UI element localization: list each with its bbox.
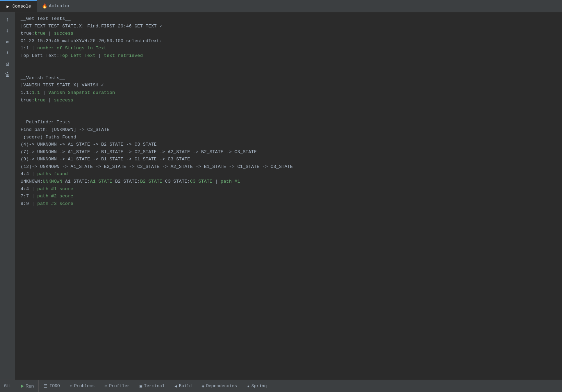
bottom-tab-terminal[interactable]: ▣ Terminal xyxy=(135,380,170,392)
bottom-tab-profiler[interactable]: ⊙ Profiler xyxy=(100,380,135,392)
console-line: 7:7 | path #2 score xyxy=(21,193,557,200)
bottom-bar: Git Run ☰ TODO ⊙ Problems ⊙ Profiler ▣ T… xyxy=(0,380,562,392)
console-line xyxy=(21,104,557,111)
console-line: (12)-> UNKNOWN -> A1_STATE -> B2_STATE -… xyxy=(21,163,557,171)
build-icon: ◀ xyxy=(175,383,177,389)
console-line: (9)-> UNKNOWN -> A1_STATE -> B1_STATE ->… xyxy=(21,156,557,163)
console-line: _(score)_Paths Found_ xyxy=(21,134,557,141)
console-line: 1.1:1.1 | Vanish Snapshot duration xyxy=(21,89,557,97)
tab-actuator[interactable]: 🔥 Actuator xyxy=(37,0,76,12)
bottom-tab-build[interactable]: ◀ Build xyxy=(170,380,197,392)
left-toolbar: ↑ ↓ ⇌ ⬇ 🖨 🗑 xyxy=(0,12,15,380)
console-line: 4:4 | paths found xyxy=(21,170,557,178)
console-line: __Get Text Tests__ xyxy=(21,15,557,23)
console-line: true:true | success xyxy=(21,30,557,37)
clear-button[interactable]: 🗑 xyxy=(2,70,13,79)
spring-icon: ✦ xyxy=(247,383,250,389)
console-line: 1:1 | number of Strings in Text xyxy=(21,45,557,52)
problems-icon: ⊙ xyxy=(70,383,72,389)
terminal-icon: ▣ xyxy=(140,383,142,389)
console-line: __Pathfinder Tests__ xyxy=(21,119,557,126)
console-line: true:true | success xyxy=(21,97,557,104)
todo-icon: ☰ xyxy=(44,383,48,389)
bottom-tab-problems[interactable]: ⊙ Problems xyxy=(65,380,100,392)
run-button[interactable]: Run xyxy=(16,380,39,392)
bottom-tab-spring[interactable]: ✦ Spring xyxy=(242,380,272,392)
console-line xyxy=(21,111,557,119)
print-button[interactable]: 🖨 xyxy=(2,59,13,69)
console-line: Top Left Text:Top Left Text | text retri… xyxy=(21,52,557,60)
console-line: Find path: [UNKNOWN] -> C3_STATE xyxy=(21,126,557,134)
tab-bar: ▶ Console 🔥 Actuator xyxy=(0,0,562,12)
console-line: |VANISH TEST_STATE.X| VANISH ✓ xyxy=(21,82,557,89)
wrap-lines-button[interactable]: ⇌ xyxy=(2,37,13,47)
console-icon: ▶ xyxy=(5,4,10,9)
profiler-icon: ⊙ xyxy=(105,383,107,389)
console-output: __Get Text Tests__|GET_TEXT TEST_STATE.X… xyxy=(15,12,562,380)
bottom-tab-todo[interactable]: ☰ TODO xyxy=(39,380,65,392)
console-line: (4)-> UNKNOWN -> A1_STATE -> B2_STATE ->… xyxy=(21,141,557,148)
actuator-icon: 🔥 xyxy=(42,4,47,9)
console-line: 9:9 | path #3 score xyxy=(21,200,557,208)
main-area: ↑ ↓ ⇌ ⬇ 🖨 🗑 __Get Text Tests__|GET_TEXT … xyxy=(0,12,562,380)
scroll-down-button[interactable]: ↓ xyxy=(2,26,13,36)
git-label[interactable]: Git xyxy=(0,380,16,392)
console-line: (7)-> UNKNOWN -> A1_STATE -> B1_STATE ->… xyxy=(21,148,557,156)
console-line: __Vanish Tests__ xyxy=(21,74,557,82)
dependencies-icon: ◈ xyxy=(202,383,204,389)
run-icon xyxy=(21,384,24,388)
console-line: 4:4 | path #1 score xyxy=(21,185,557,193)
console-line xyxy=(21,60,557,67)
console-line: |GET_TEXT TEST_STATE.X| Find.FIRST 29:46… xyxy=(21,23,557,30)
tab-console[interactable]: ▶ Console xyxy=(0,0,37,12)
console-line: UNKNOWN:UNKNOWN A1_STATE:A1_STATE B2_STA… xyxy=(21,178,557,185)
console-line xyxy=(21,67,557,74)
scroll-up-button[interactable]: ↑ xyxy=(2,15,13,25)
bottom-tab-dependencies[interactable]: ◈ Dependencies xyxy=(197,380,242,392)
save-output-button[interactable]: ⬇ xyxy=(2,48,13,58)
console-line: 01-23 15:29:45 matchXYWH:20.20,50.100 se… xyxy=(21,37,557,45)
